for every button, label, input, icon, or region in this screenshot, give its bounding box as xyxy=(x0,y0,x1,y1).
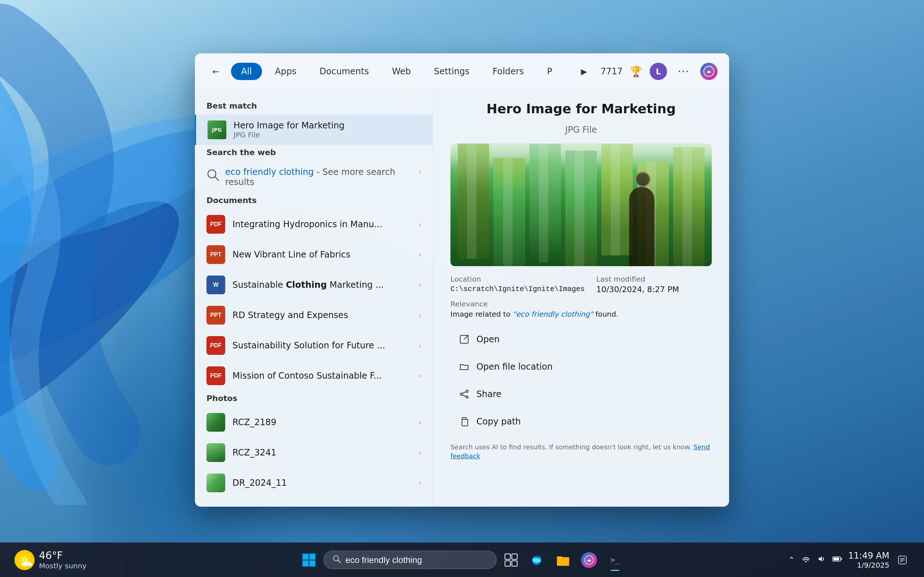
doc-title-1: Integrating Hydroponics in Manu... xyxy=(233,219,411,229)
document-item-6[interactable]: PDF Mission of Contoso Sustainable F... … xyxy=(195,361,433,391)
web-result-title: eco friendly clothing - See more search … xyxy=(225,167,412,187)
photo-text-1: RCZ_2189 xyxy=(233,417,411,427)
document-item-3[interactable]: W Sustainable Clothing Marketing ... › xyxy=(195,270,433,300)
doc-arrow-3: › xyxy=(418,280,421,289)
photo-item-2[interactable]: RCZ_3241 › xyxy=(195,437,433,468)
svg-line-21 xyxy=(30,566,31,567)
file-explorer-button[interactable] xyxy=(551,548,575,572)
task-view-button[interactable] xyxy=(499,548,523,572)
search-content-area: Best match JPG Hero Image for Marketing … xyxy=(195,90,729,507)
best-match-header: Best match xyxy=(195,98,433,115)
doc-icon-1: PDF xyxy=(207,215,225,234)
copy-path-button[interactable]: Copy path xyxy=(451,409,712,434)
photo-arrow-1: › xyxy=(418,418,421,427)
task-view-icon xyxy=(504,553,518,567)
svg-rect-27 xyxy=(302,554,309,560)
battery-icon[interactable] xyxy=(832,555,842,565)
svg-point-40 xyxy=(805,561,807,562)
tab-apps[interactable]: Apps xyxy=(265,63,307,80)
search-web-icon xyxy=(207,168,220,181)
photo-item-1[interactable]: RCZ_2189 › xyxy=(195,407,433,437)
document-item-2[interactable]: PPT New Vibrant Line of Fabrics › xyxy=(195,239,433,270)
svg-rect-42 xyxy=(834,558,839,561)
sys-tray-icons: ⌃ xyxy=(788,555,842,565)
tab-all[interactable]: All xyxy=(231,63,262,80)
svg-line-11 xyxy=(462,392,466,393)
best-match-icon: JPG xyxy=(208,121,226,139)
doc-arrow-5: › xyxy=(418,341,421,350)
photo-title-1: RCZ_2189 xyxy=(233,417,411,427)
sound-icon[interactable] xyxy=(817,555,825,565)
taskbar-search-bar[interactable] xyxy=(323,551,497,569)
photo-item-3[interactable]: DR_2024_11 › xyxy=(195,468,433,498)
trophy-icon: 🏆 xyxy=(630,66,643,77)
photo-text-2: RCZ_3241 xyxy=(233,448,411,458)
best-match-title: Hero Image for Marketing xyxy=(234,121,421,131)
share-icon xyxy=(458,388,471,401)
detail-metadata: Location C:\scratch\Ignite\Ignite\Images… xyxy=(451,275,712,318)
user-avatar[interactable]: L xyxy=(650,63,667,80)
detail-title: Hero Image for Marketing xyxy=(451,102,712,116)
edge-browser-button[interactable] xyxy=(525,548,549,572)
copy-icon xyxy=(458,415,471,428)
network-icon[interactable] xyxy=(802,555,810,565)
system-clock[interactable]: 11:49 AM 1/9/2025 xyxy=(848,551,889,569)
system-tray: ⌃ xyxy=(788,555,842,565)
clock-time: 11:49 AM xyxy=(848,551,889,561)
svg-line-32 xyxy=(338,560,340,562)
open-button[interactable]: Open xyxy=(451,327,712,351)
show-hidden-icons-button[interactable]: ⌃ xyxy=(788,555,795,564)
tab-settings[interactable]: Settings xyxy=(424,63,479,80)
play-icon: ▶ xyxy=(581,67,587,76)
document-item-5[interactable]: PDF Sustainability Solution for Future .… xyxy=(195,330,433,361)
modified-label: Last modified xyxy=(596,275,712,284)
svg-line-22 xyxy=(30,553,31,554)
folder-icon xyxy=(458,360,471,373)
copilot-button[interactable] xyxy=(700,63,717,80)
photo-arrow-2: › xyxy=(418,448,421,457)
doc-arrow-1: › xyxy=(418,220,421,229)
doc-arrow-2: › xyxy=(418,250,421,259)
doc-arrow-6: › xyxy=(418,371,421,380)
svg-point-9 xyxy=(466,396,468,398)
doc-title-4: RD Strategy and Expenses xyxy=(233,310,411,320)
dev-tools-icon: >_ xyxy=(607,552,623,568)
weather-widget[interactable]: 46°F Mostly sunny xyxy=(15,550,87,570)
detail-file-type: JPG File xyxy=(451,125,712,135)
svg-line-20 xyxy=(18,553,19,554)
nav-back-button[interactable]: ← xyxy=(207,62,225,81)
svg-point-10 xyxy=(460,393,462,395)
web-item-arrow: › xyxy=(418,167,421,176)
more-options-button[interactable]: ··· xyxy=(674,62,693,81)
tab-documents[interactable]: Documents xyxy=(309,63,379,80)
search-panel: ← All Apps Documents Web Settings Folder… xyxy=(195,53,729,507)
document-item-4[interactable]: PPT RD Strategy and Expenses › xyxy=(195,300,433,330)
dev-tools-button[interactable]: >_ xyxy=(604,548,627,572)
nav-right-section: ▶ 7717 🏆 L ··· xyxy=(575,62,717,81)
play-button[interactable]: ▶ xyxy=(575,62,593,81)
taskbar-right: ⌃ 11:49 AM 1/9/2025 xyxy=(788,551,909,569)
web-search-item[interactable]: eco friendly clothing - See more search … xyxy=(195,161,433,193)
start-button[interactable] xyxy=(297,548,320,572)
best-match-item[interactable]: JPG Hero Image for Marketing JPG File xyxy=(195,115,433,145)
tab-p[interactable]: P xyxy=(537,63,562,80)
copilot-taskbar-button[interactable] xyxy=(577,548,601,572)
taskbar-search-input[interactable] xyxy=(346,555,488,565)
notification-center-button[interactable] xyxy=(895,553,909,567)
svg-rect-38 xyxy=(557,558,569,566)
doc-text-6: Mission of Contoso Sustainable F... xyxy=(233,371,411,381)
share-button[interactable]: Share xyxy=(451,382,712,406)
document-item-1[interactable]: PDF Integrating Hydroponics in Manu... › xyxy=(195,209,433,239)
photo-title-2: RCZ_3241 xyxy=(233,448,411,458)
open-file-location-button[interactable]: Open file location xyxy=(451,355,712,379)
tab-web[interactable]: Web xyxy=(382,63,421,80)
doc-icon-3: W xyxy=(207,276,225,294)
doc-bold-text: Clothing xyxy=(286,280,327,290)
doc-text-3: Sustainable Clothing Marketing ... xyxy=(233,280,411,290)
doc-text-2: New Vibrant Line of Fabrics xyxy=(233,250,411,259)
svg-rect-34 xyxy=(512,554,517,559)
footer-text: Search uses AI to find results. If somet… xyxy=(451,443,693,451)
svg-rect-13 xyxy=(462,419,468,426)
tab-folders[interactable]: Folders xyxy=(483,63,534,80)
svg-line-23 xyxy=(18,566,19,567)
